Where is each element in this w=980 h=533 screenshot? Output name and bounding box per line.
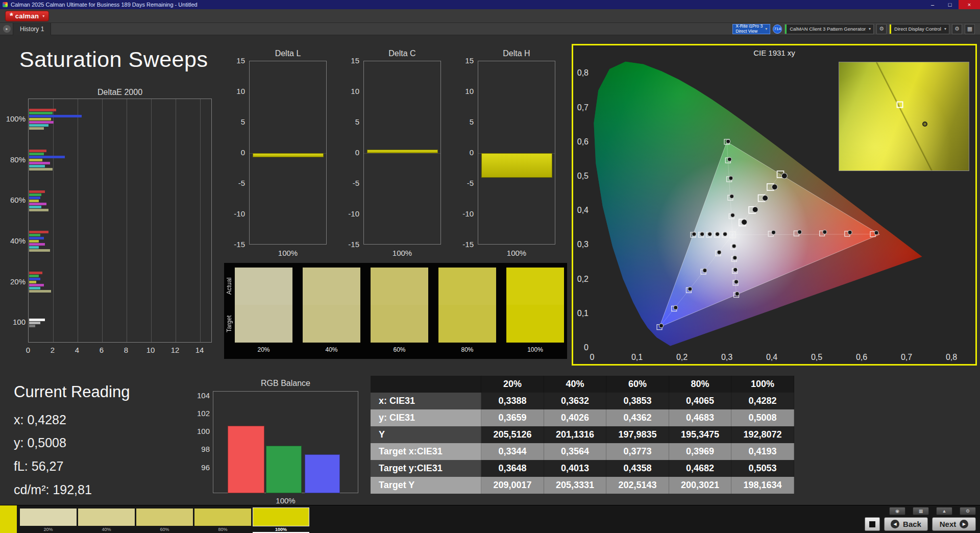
chart-title: Delta H [478, 49, 555, 58]
chart-title: DeltaE 2000 [28, 88, 212, 97]
table-cell: 209,0017 [481, 477, 544, 494]
axis-label: 100% [213, 496, 358, 505]
bar [29, 206, 41, 208]
current-reading-heading: Current Reading [14, 383, 130, 401]
maximize-button[interactable]: □ [941, 0, 959, 9]
pattern-thumbnail[interactable]: 100% [253, 507, 309, 532]
display-control-settings-button[interactable]: ⚙ [952, 24, 962, 34]
bar [29, 284, 44, 286]
svg-text:0: 0 [590, 353, 595, 361]
next-button[interactable]: Next ▶ [932, 517, 976, 531]
bar [29, 272, 42, 274]
meter-status-badge[interactable]: 714 [773, 25, 782, 34]
bar [29, 319, 45, 321]
actual-swatch [303, 268, 360, 305]
bar [29, 209, 48, 211]
table-cell: 0,3344 [481, 443, 544, 460]
layout-toggle-button[interactable]: ▦ [913, 507, 929, 515]
bar [29, 290, 51, 293]
pattern-thumbnail[interactable]: 80% [194, 507, 251, 532]
bar [29, 168, 53, 171]
device-toolbar: X-Rite i1Pro 3 Direct View ▾ 714 CalMAN … [732, 24, 977, 34]
bar [29, 246, 39, 249]
toolbar-extra-button[interactable]: ▦ [965, 24, 975, 34]
minimize-button[interactable]: – [924, 0, 941, 9]
calman-logo-button[interactable]: * calman ▾ [5, 11, 49, 21]
tab-history-1[interactable]: History 1 [13, 23, 51, 35]
table-cell: 0,4682 [669, 460, 731, 477]
pattern-generator-settings-button[interactable]: ⚙ [876, 24, 887, 34]
axis-tick-label: 0 [338, 148, 359, 157]
svg-text:0,1: 0,1 [631, 353, 643, 361]
axis-tick-label: 2 [45, 346, 60, 354]
chevron-down-icon: ▾ [869, 27, 873, 31]
bar [253, 153, 324, 157]
table-cell: 197,9835 [606, 426, 669, 443]
delta-l-chart: Delta L151050-5-10-15100% [224, 49, 332, 263]
chevron-down-icon: ▾ [765, 27, 770, 31]
nav-button-row: ◀ Back Next ▶ [865, 517, 976, 531]
table-row-label: x: CIE31 [371, 393, 481, 409]
display-control-selector[interactable]: Direct Display Control ▾ [889, 24, 949, 34]
pattern-thumbnail-patch [78, 508, 135, 526]
table-cell: 195,3475 [669, 426, 731, 443]
capture-button[interactable]: ◉ [889, 507, 905, 515]
pattern-thumbnail[interactable]: 60% [136, 507, 193, 532]
chevron-down-icon: ▾ [42, 14, 44, 18]
close-button[interactable]: × [959, 0, 980, 9]
pattern-window-button[interactable] [865, 517, 880, 531]
bar [266, 446, 302, 493]
svg-text:0,2: 0,2 [577, 275, 589, 283]
table-cell: 0,3564 [544, 443, 606, 460]
chart-title: Delta C [363, 49, 441, 58]
bar [29, 275, 39, 277]
actual-swatch [371, 268, 428, 305]
table-cell: 192,8072 [731, 426, 794, 443]
table-cell: 0,4065 [669, 393, 731, 409]
svg-text:0,8: 0,8 [946, 353, 957, 361]
actual-swatch [506, 268, 564, 305]
target-swatch [303, 305, 360, 343]
bar [29, 121, 54, 124]
table-row-label: Y [371, 426, 481, 443]
bar [29, 109, 56, 111]
axis-tick-label: 100% [4, 114, 26, 123]
menu-bar: * calman ▾ [0, 9, 980, 23]
axis-tick-label: 104 [191, 391, 210, 400]
bar [29, 200, 39, 202]
current-reading-y: y: 0,5008 [14, 435, 66, 450]
table-cell: 100% [731, 376, 794, 393]
inset-measured-circle [922, 122, 927, 127]
step-up-button[interactable]: ▲ [936, 507, 952, 515]
table-cell: 0,3853 [606, 393, 669, 409]
table-row: y: CIE310,36590,40260,43620,46830,5008 [371, 409, 794, 426]
plot-area [478, 61, 555, 245]
gear-icon: ⚙ [966, 508, 970, 514]
bar [29, 243, 45, 246]
table-cell: 20% [481, 376, 544, 393]
bar [29, 153, 44, 155]
workflow-advance-icon[interactable]: ▸ [3, 25, 11, 33]
actual-row-label: Actual [225, 268, 233, 305]
axis-tick-label: 60% [4, 196, 26, 204]
meter-selector[interactable]: X-Rite i1Pro 3 Direct View ▾ [732, 24, 770, 34]
plot-area [213, 391, 358, 493]
svg-text:0,8: 0,8 [577, 68, 589, 77]
cie-chart-title: CIE 1931 xy [573, 49, 975, 57]
settings-button[interactable]: ⚙ [960, 507, 976, 515]
pattern-thumbnail[interactable]: 20% [20, 507, 77, 532]
swatch-label: 40% [303, 346, 360, 353]
back-button[interactable]: ◀ Back [884, 517, 928, 531]
bar [367, 150, 438, 153]
target-swatch [235, 305, 292, 343]
table-row-label [371, 376, 481, 393]
axis-tick-label: 12 [167, 346, 183, 354]
axis-tick-label: 6 [94, 346, 109, 354]
table-row: Target x:CIE310,33440,35640,37730,39690,… [371, 443, 794, 460]
axis-tick-label: 0 [20, 346, 36, 354]
pattern-generator-selector[interactable]: CalMAN Client 3 Pattern Generator ▾ [785, 24, 874, 34]
pattern-thumbnail-patch [253, 507, 309, 526]
pattern-thumbnail[interactable]: 40% [78, 507, 135, 532]
axis-tick-label: 5 [338, 117, 359, 126]
meter-line2: Direct View [736, 29, 763, 34]
